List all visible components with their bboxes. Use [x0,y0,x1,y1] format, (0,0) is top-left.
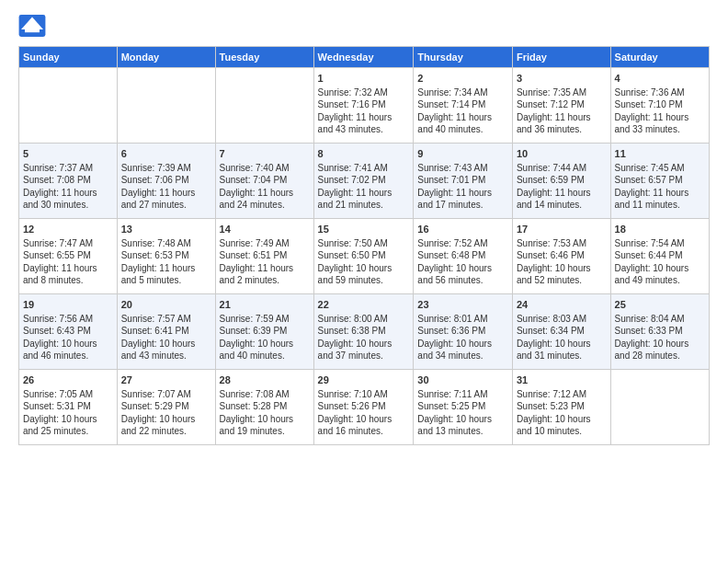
day-info-text: Sunrise: 7:36 AM [615,86,705,99]
day-info-text: Sunrise: 8:03 AM [517,313,607,326]
day-number: 31 [517,373,607,387]
day-info-text: Sunrise: 8:04 AM [615,313,705,326]
day-cell: 9Sunrise: 7:43 AMSunset: 7:01 PMDaylight… [414,144,513,219]
day-info-text: Daylight: 11 hours and 43 minutes. [318,111,410,136]
day-info-text: Sunset: 6:48 PM [417,249,508,262]
day-info-text: Daylight: 10 hours and 37 minutes. [318,338,410,362]
day-number: 28 [220,373,310,387]
day-cell: 23Sunrise: 8:01 AMSunset: 6:36 PMDayligh… [414,294,513,370]
header-day-saturday: Saturday [610,47,709,68]
header-day-wednesday: Wednesday [313,47,414,68]
day-info-text: Sunset: 6:57 PM [615,174,705,187]
day-info-text: Daylight: 10 hours and 22 minutes. [121,413,211,438]
header [18,15,710,37]
day-info-text: Daylight: 11 hours and 27 minutes. [121,187,211,212]
day-info-text: Sunset: 6:43 PM [23,325,113,338]
day-info-text: Sunrise: 7:43 AM [417,162,508,175]
day-cell [610,370,709,445]
header-day-tuesday: Tuesday [215,47,313,68]
day-info-text: Sunrise: 8:00 AM [318,313,410,326]
day-number: 23 [417,298,508,312]
day-cell: 4Sunrise: 7:36 AMSunset: 7:10 PMDaylight… [610,68,709,144]
day-cell: 5Sunrise: 7:37 AMSunset: 7:08 PMDaylight… [19,144,118,219]
day-info-text: Sunrise: 7:49 AM [220,237,310,250]
logo-icon [18,15,46,37]
header-day-sunday: Sunday [19,47,118,68]
day-cell [117,68,215,144]
day-cell: 13Sunrise: 7:48 AMSunset: 6:53 PMDayligh… [117,219,215,294]
calendar-header: SundayMondayTuesdayWednesdayThursdayFrid… [19,47,710,68]
day-cell: 7Sunrise: 7:40 AMSunset: 7:04 PMDaylight… [215,144,313,219]
day-cell: 17Sunrise: 7:53 AMSunset: 6:46 PMDayligh… [512,219,610,294]
day-number: 1 [318,72,410,86]
day-info-text: Daylight: 10 hours and 46 minutes. [23,338,113,362]
day-cell: 21Sunrise: 7:59 AMSunset: 6:39 PMDayligh… [215,294,313,370]
day-info-text: Daylight: 11 hours and 40 minutes. [417,111,508,136]
day-cell: 20Sunrise: 7:57 AMSunset: 6:41 PMDayligh… [117,294,215,370]
day-info-text: Daylight: 10 hours and 31 minutes. [517,338,607,362]
day-info-text: Sunrise: 7:41 AM [318,162,410,175]
day-cell: 6Sunrise: 7:39 AMSunset: 7:06 PMDaylight… [117,144,215,219]
day-cell: 31Sunrise: 7:12 AMSunset: 5:23 PMDayligh… [512,370,610,445]
day-info-text: Daylight: 11 hours and 30 minutes. [23,187,113,212]
day-info-text: Sunset: 5:26 PM [318,400,410,413]
day-info-text: Sunset: 6:44 PM [615,249,705,262]
day-info-text: Sunrise: 7:50 AM [318,237,410,250]
day-info-text: Sunrise: 7:54 AM [615,237,705,250]
day-info-text: Sunset: 5:29 PM [121,400,211,413]
day-info-text: Daylight: 10 hours and 13 minutes. [417,413,508,438]
day-cell: 25Sunrise: 8:04 AMSunset: 6:33 PMDayligh… [610,294,709,370]
day-info-text: Sunrise: 7:39 AM [121,162,211,175]
week-row-2: 5Sunrise: 7:37 AMSunset: 7:08 PMDaylight… [19,144,710,219]
day-info-text: Daylight: 10 hours and 56 minutes. [417,262,508,287]
day-number: 16 [417,223,508,236]
day-info-text: Sunrise: 7:57 AM [121,313,211,326]
day-info-text: Daylight: 10 hours and 28 minutes. [615,338,705,362]
day-number: 3 [517,72,607,86]
day-info-text: Daylight: 11 hours and 8 minutes. [23,262,113,287]
day-number: 21 [220,298,310,312]
day-cell [215,68,313,144]
svg-rect-2 [25,29,40,32]
day-info-text: Sunset: 7:02 PM [318,174,410,187]
day-number: 29 [318,373,410,387]
day-cell: 2Sunrise: 7:34 AMSunset: 7:14 PMDaylight… [414,68,513,144]
day-info-text: Daylight: 11 hours and 14 minutes. [517,187,607,212]
day-info-text: Sunset: 7:08 PM [23,174,113,187]
day-number: 14 [220,223,310,236]
day-info-text: Sunrise: 7:40 AM [220,162,310,175]
calendar-body: 1Sunrise: 7:32 AMSunset: 7:16 PMDaylight… [19,68,710,445]
day-info-text: Sunset: 6:39 PM [220,325,310,338]
day-info-text: Sunrise: 8:01 AM [417,313,508,326]
day-info-text: Daylight: 10 hours and 59 minutes. [318,262,410,287]
day-info-text: Sunset: 5:28 PM [220,400,310,413]
day-info-text: Sunset: 6:36 PM [417,325,508,338]
day-number: 17 [517,223,607,236]
day-info-text: Daylight: 10 hours and 52 minutes. [517,262,607,287]
day-number: 22 [318,298,410,312]
day-info-text: Sunset: 6:55 PM [23,249,113,262]
day-number: 24 [517,298,607,312]
day-number: 8 [318,147,410,161]
day-info-text: Sunset: 6:50 PM [318,249,410,262]
day-info-text: Sunrise: 7:37 AM [23,162,113,175]
day-cell: 12Sunrise: 7:47 AMSunset: 6:55 PMDayligh… [19,219,118,294]
day-info-text: Daylight: 11 hours and 36 minutes. [517,111,607,136]
day-info-text: Daylight: 11 hours and 11 minutes. [615,187,705,212]
day-info-text: Sunrise: 7:44 AM [517,162,607,175]
day-info-text: Sunrise: 7:05 AM [23,388,113,401]
day-info-text: Sunset: 7:01 PM [417,174,508,187]
day-number: 26 [23,373,113,387]
day-info-text: Sunrise: 7:56 AM [23,313,113,326]
day-cell: 15Sunrise: 7:50 AMSunset: 6:50 PMDayligh… [313,219,414,294]
day-info-text: Sunset: 7:12 PM [517,98,607,111]
day-info-text: Sunset: 7:14 PM [417,98,508,111]
day-info-text: Sunrise: 7:35 AM [517,86,607,99]
day-number: 25 [615,298,705,312]
day-info-text: Sunrise: 7:52 AM [417,237,508,250]
week-row-4: 19Sunrise: 7:56 AMSunset: 6:43 PMDayligh… [19,294,710,370]
day-info-text: Sunset: 7:16 PM [318,98,410,111]
day-cell: 19Sunrise: 7:56 AMSunset: 6:43 PMDayligh… [19,294,118,370]
day-number: 6 [121,147,211,161]
day-number: 2 [417,72,508,86]
